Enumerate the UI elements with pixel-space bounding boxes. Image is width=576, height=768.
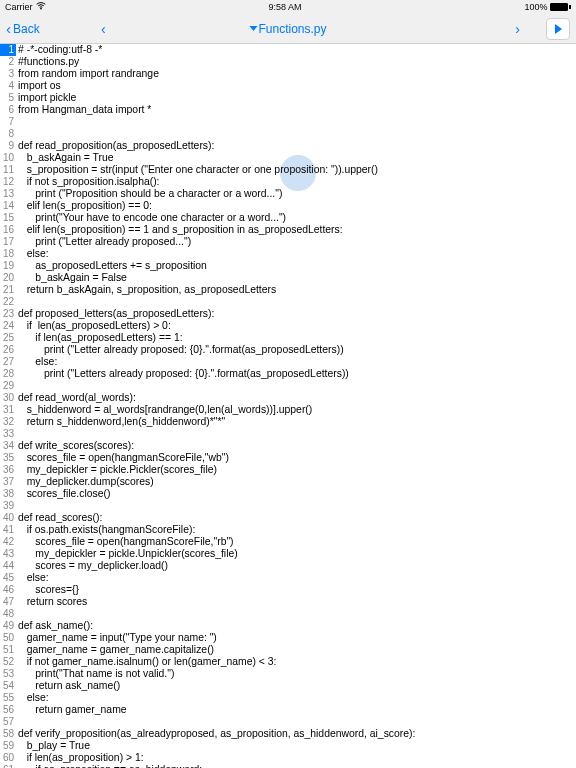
line-text[interactable]: my_depickler = pickle.Unpickler(scores_f… bbox=[16, 548, 238, 560]
line-number[interactable]: 11 bbox=[0, 164, 16, 176]
code-line[interactable]: 3from random import randrange bbox=[0, 68, 576, 80]
line-text[interactable]: if not gamer_name.isalnum() or len(gamer… bbox=[16, 656, 276, 668]
line-number[interactable]: 10 bbox=[0, 152, 16, 164]
code-line[interactable]: 22 bbox=[0, 296, 576, 308]
line-text[interactable] bbox=[16, 500, 18, 512]
line-number[interactable]: 50 bbox=[0, 632, 16, 644]
line-number[interactable]: 60 bbox=[0, 752, 16, 764]
line-text[interactable]: elif len(s_proposition) == 0: bbox=[16, 200, 152, 212]
code-line[interactable]: 40def read_scores(): bbox=[0, 512, 576, 524]
nav-title[interactable]: Functions.py bbox=[249, 22, 326, 36]
line-number[interactable]: 15 bbox=[0, 212, 16, 224]
line-number[interactable]: 27 bbox=[0, 356, 16, 368]
line-text[interactable] bbox=[16, 296, 18, 308]
line-number[interactable]: 57 bbox=[0, 716, 16, 728]
line-number[interactable]: 47 bbox=[0, 596, 16, 608]
code-line[interactable]: 42 scores_file = open(hangmanScoreFile,"… bbox=[0, 536, 576, 548]
code-line[interactable]: 43 my_depickler = pickle.Unpickler(score… bbox=[0, 548, 576, 560]
line-number[interactable]: 49 bbox=[0, 620, 16, 632]
code-line[interactable]: 60 if len(as_proposition) > 1: bbox=[0, 752, 576, 764]
line-text[interactable] bbox=[16, 428, 18, 440]
line-text[interactable]: return gamer_name bbox=[16, 704, 127, 716]
line-text[interactable]: print("That name is not valid.") bbox=[16, 668, 174, 680]
line-text[interactable]: #functions.py bbox=[16, 56, 79, 68]
line-number[interactable]: 41 bbox=[0, 524, 16, 536]
code-line[interactable]: 19 as_proposedLetters += s_proposition bbox=[0, 260, 576, 272]
line-number[interactable]: 12 bbox=[0, 176, 16, 188]
line-text[interactable] bbox=[16, 116, 18, 128]
line-number[interactable]: 52 bbox=[0, 656, 16, 668]
code-line[interactable]: 4import os bbox=[0, 80, 576, 92]
line-text[interactable]: b_askAgain = False bbox=[16, 272, 127, 284]
line-number[interactable]: 48 bbox=[0, 608, 16, 620]
code-line[interactable]: 36 my_depickler = pickle.Pickler(scores_… bbox=[0, 464, 576, 476]
line-number[interactable]: 6 bbox=[0, 104, 16, 116]
line-text[interactable]: from random import randrange bbox=[16, 68, 159, 80]
line-text[interactable]: print ("Letter already proposed...") bbox=[16, 236, 191, 248]
line-number[interactable]: 19 bbox=[0, 260, 16, 272]
line-text[interactable]: b_play = True bbox=[16, 740, 90, 752]
line-text[interactable]: # -*-coding:utf-8 -* bbox=[16, 44, 102, 56]
code-line[interactable]: 24 if len(as_proposedLetters) > 0: bbox=[0, 320, 576, 332]
line-text[interactable]: elif len(s_proposition) == 1 and s_propo… bbox=[16, 224, 343, 236]
line-text[interactable]: def verify_proposition(as_alreadypropose… bbox=[16, 728, 415, 740]
line-number[interactable]: 30 bbox=[0, 392, 16, 404]
line-text[interactable] bbox=[16, 608, 18, 620]
line-text[interactable]: print ("Letters already proposed: {0}.".… bbox=[16, 368, 349, 380]
line-number[interactable]: 23 bbox=[0, 308, 16, 320]
code-line[interactable]: 28 print ("Letters already proposed: {0}… bbox=[0, 368, 576, 380]
line-text[interactable]: as_proposedLetters += s_proposition bbox=[16, 260, 207, 272]
line-number[interactable]: 43 bbox=[0, 548, 16, 560]
code-line[interactable]: 25 if len(as_proposedLetters) == 1: bbox=[0, 332, 576, 344]
code-line[interactable]: 20 b_askAgain = False bbox=[0, 272, 576, 284]
code-line[interactable]: 26 print ("Letter already proposed: {0}.… bbox=[0, 344, 576, 356]
code-line[interactable]: 38 scores_file.close() bbox=[0, 488, 576, 500]
code-line[interactable]: 2#functions.py bbox=[0, 56, 576, 68]
code-line[interactable]: 1# -*-coding:utf-8 -* bbox=[0, 44, 576, 56]
line-text[interactable]: scores_file = open(hangmanScoreFile,"rb"… bbox=[16, 536, 234, 548]
code-line[interactable]: 11 s_proposition = str(input ("Enter one… bbox=[0, 164, 576, 176]
code-line[interactable]: 7 bbox=[0, 116, 576, 128]
code-line[interactable]: 41 if os.path.exists(hangmanScoreFile): bbox=[0, 524, 576, 536]
code-line[interactable]: 46 scores={} bbox=[0, 584, 576, 596]
line-text[interactable]: s_proposition = str(input ("Enter one ch… bbox=[16, 164, 378, 176]
code-line[interactable]: 50 gamer_name = input("Type your name: "… bbox=[0, 632, 576, 644]
line-number[interactable]: 61 bbox=[0, 764, 16, 768]
next-button[interactable]: › bbox=[509, 21, 526, 37]
line-text[interactable]: print("Your have to encode one character… bbox=[16, 212, 286, 224]
line-text[interactable]: def read_proposition(as_proposedLetters)… bbox=[16, 140, 214, 152]
line-number[interactable]: 44 bbox=[0, 560, 16, 572]
line-number[interactable]: 46 bbox=[0, 584, 16, 596]
code-line[interactable]: 56 return gamer_name bbox=[0, 704, 576, 716]
line-number[interactable]: 58 bbox=[0, 728, 16, 740]
code-line[interactable]: 9def read_proposition(as_proposedLetters… bbox=[0, 140, 576, 152]
line-number[interactable]: 5 bbox=[0, 92, 16, 104]
line-text[interactable]: return b_askAgain, s_proposition, as_pro… bbox=[16, 284, 276, 296]
code-line[interactable]: 59 b_play = True bbox=[0, 740, 576, 752]
line-text[interactable] bbox=[16, 380, 18, 392]
line-number[interactable]: 20 bbox=[0, 272, 16, 284]
line-text[interactable]: return ask_name() bbox=[16, 680, 120, 692]
line-text[interactable]: else: bbox=[16, 572, 49, 584]
line-text[interactable]: print ("Letter already proposed: {0}.".f… bbox=[16, 344, 344, 356]
line-number[interactable]: 36 bbox=[0, 464, 16, 476]
code-line[interactable]: 6from Hangman_data import * bbox=[0, 104, 576, 116]
line-number[interactable]: 40 bbox=[0, 512, 16, 524]
line-number[interactable]: 54 bbox=[0, 680, 16, 692]
code-line[interactable]: 51 gamer_name = gamer_name.capitalize() bbox=[0, 644, 576, 656]
line-text[interactable]: scores={} bbox=[16, 584, 79, 596]
line-text[interactable]: return scores bbox=[16, 596, 87, 608]
line-number[interactable]: 45 bbox=[0, 572, 16, 584]
line-number[interactable]: 51 bbox=[0, 644, 16, 656]
line-text[interactable]: if not s_proposition.isalpha(): bbox=[16, 176, 160, 188]
line-number[interactable]: 37 bbox=[0, 476, 16, 488]
line-text[interactable]: else: bbox=[16, 692, 49, 704]
code-line[interactable]: 5import pickle bbox=[0, 92, 576, 104]
line-number[interactable]: 38 bbox=[0, 488, 16, 500]
line-number[interactable]: 42 bbox=[0, 536, 16, 548]
line-number[interactable]: 8 bbox=[0, 128, 16, 140]
code-line[interactable]: 16 elif len(s_proposition) == 1 and s_pr… bbox=[0, 224, 576, 236]
line-number[interactable]: 4 bbox=[0, 80, 16, 92]
code-line[interactable]: 15 print("Your have to encode one charac… bbox=[0, 212, 576, 224]
line-number[interactable]: 9 bbox=[0, 140, 16, 152]
